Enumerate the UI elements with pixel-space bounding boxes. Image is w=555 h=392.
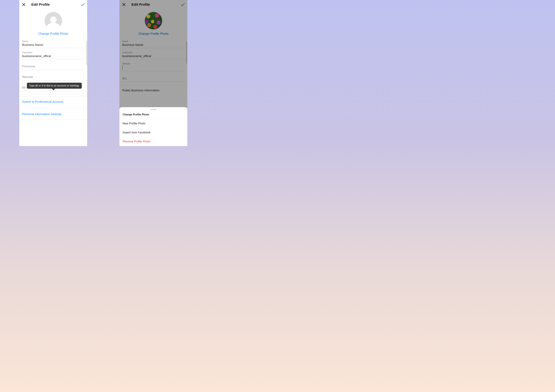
avatar-placeholder[interactable] xyxy=(45,12,62,29)
pronouns-placeholder[interactable]: Pronouns xyxy=(22,65,84,68)
avatar-section: Change Profile Photo xyxy=(19,9,87,36)
website-field[interactable]: Website xyxy=(22,73,84,80)
edit-profile-form: Name Business Name Username businessname… xyxy=(19,36,87,91)
username-value[interactable]: businessname_offical xyxy=(22,54,84,58)
personal-info-link[interactable]: Personal Information Settings xyxy=(19,109,87,120)
phone-left: Edit Profile Change Profile Photo Name B… xyxy=(19,0,87,146)
website-placeholder[interactable]: Website xyxy=(22,75,84,79)
phone-right: Edit Profile Change Profile Photo Name B… xyxy=(119,0,187,146)
confirm-check-icon[interactable] xyxy=(80,2,85,7)
change-profile-photo-link[interactable]: Change Profile Photo xyxy=(19,32,87,36)
page-title: Edit Profile xyxy=(31,2,50,7)
change-photo-sheet: Change Profile Photo New Profile Photo I… xyxy=(119,107,187,146)
switch-pro-link[interactable]: Switch to Professional Account xyxy=(19,96,87,107)
name-field[interactable]: Name Business Name xyxy=(22,40,84,48)
sheet-title: Change Profile Photo xyxy=(119,111,187,119)
name-label: Name xyxy=(22,40,84,43)
sheet-grabber[interactable] xyxy=(150,109,157,110)
username-label: Username xyxy=(22,51,84,54)
sheet-import-facebook[interactable]: Import from Facebook xyxy=(119,128,187,137)
pronouns-field[interactable]: Pronouns xyxy=(22,63,84,70)
header: Edit Profile xyxy=(19,0,87,9)
bio-tooltip: Type @ or # to link to an account or has… xyxy=(27,83,82,89)
username-field[interactable]: Username businessname_offical xyxy=(22,51,84,59)
name-value[interactable]: Business Name xyxy=(22,43,84,47)
sheet-remove-photo[interactable]: Remove Profile Photo xyxy=(119,137,187,146)
scrollbar[interactable] xyxy=(86,41,87,65)
sheet-new-photo[interactable]: New Profile Photo xyxy=(119,119,187,128)
close-icon[interactable] xyxy=(22,2,26,7)
